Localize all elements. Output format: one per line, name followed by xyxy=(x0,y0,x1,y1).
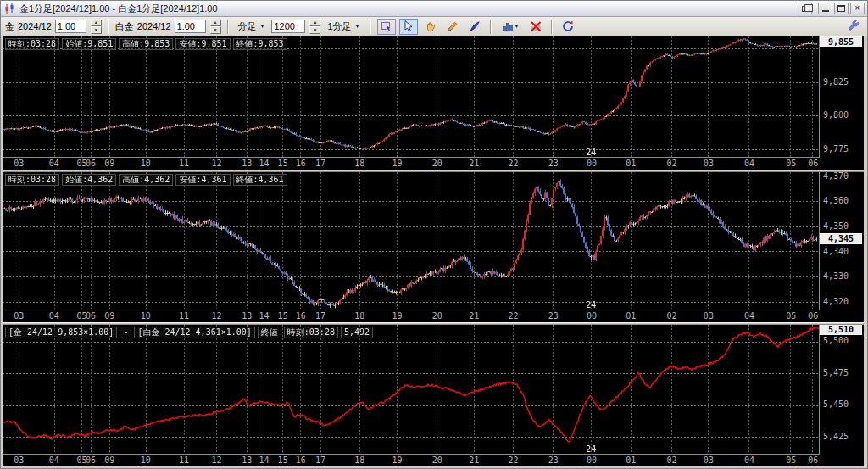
x-axis-tick-label: 05 xyxy=(786,159,796,168)
chart-info-segment: 時刻:03:28 xyxy=(284,327,338,338)
chart-app-window: 金1分足[2024/12]1.00 - 白金1分足[2024/12]1.00 ×… xyxy=(0,0,868,469)
minimize-button[interactable] xyxy=(818,3,832,14)
spread-plot-area[interactable]: [金 24/12 9,853×1.00]-[白金 24/12 4,361×1.0… xyxy=(3,325,820,455)
bar-count-spinner[interactable]: ▲ ▼ xyxy=(309,20,320,34)
x-axis-tick-label: 06 xyxy=(808,455,818,465)
candlestick-app-icon xyxy=(3,3,16,14)
chevron-down-icon: ▼ xyxy=(260,24,265,29)
x-axis-tick-label: 00 xyxy=(587,455,597,465)
platinum-chart-canvas[interactable] xyxy=(3,172,819,309)
x-axis-tick-label: 15 xyxy=(278,311,288,321)
settings-button[interactable] xyxy=(844,19,863,35)
x-axis-tick-label: 13 xyxy=(242,159,252,168)
x-axis-tick-label: 20 xyxy=(432,159,442,168)
chart-info-segment: 終値:9,853 xyxy=(233,38,287,50)
float-window-button[interactable] xyxy=(798,3,812,14)
gold-plot-area[interactable]: 時刻:03:28始値:9,851高値:9,853安値:9,851終値:9,853… xyxy=(3,36,820,158)
y-axis-tick-label: 4,340 xyxy=(823,247,849,257)
x-axis-tick-label: 16 xyxy=(296,159,306,168)
spin-up-icon[interactable]: ▲ xyxy=(210,20,221,27)
x-axis-tick-label: 06 xyxy=(808,159,818,168)
x-axis-tick-label: 04 xyxy=(49,455,59,465)
x-axis-tick-label: 22 xyxy=(508,311,518,321)
x-axis-tick-label: 04 xyxy=(744,311,754,321)
chart-info-segment: 安値:4,361 xyxy=(175,174,230,186)
gold-ratio-input[interactable] xyxy=(55,20,86,33)
gold-ratio-spinner[interactable]: ▲ ▼ xyxy=(91,20,102,34)
gold-y-axis: 9,8259,8009,7759,855 xyxy=(820,36,864,170)
x-axis-tick-label: 12 xyxy=(212,159,222,168)
range-select-tool-button[interactable] xyxy=(377,19,396,35)
y-axis-tick-label: 5,425 xyxy=(823,432,849,442)
x-axis-tick-label: 03 xyxy=(704,455,714,465)
x-axis-tick-label: 05 xyxy=(786,455,796,465)
window-title: 金1分足[2024/12]1.00 - 白金1分足[2024/12]1.00 xyxy=(19,3,798,15)
x-axis-tick-label: 14 xyxy=(259,455,269,465)
x-axis-tick-label: 00 xyxy=(587,311,597,321)
x-axis-tick-label: 04 xyxy=(49,311,59,321)
x-axis-tick-label: 09 xyxy=(104,159,114,168)
platinum-plot-area[interactable]: 時刻:03:28始値:4,362高値:4,362安値:4,361終値:4,361… xyxy=(3,172,820,310)
spin-down-icon[interactable]: ▼ xyxy=(91,26,102,34)
chart-info-segment: 高値:9,853 xyxy=(119,38,173,50)
pencil-tool-button[interactable] xyxy=(443,19,462,35)
spin-up-icon[interactable]: ▲ xyxy=(309,20,320,27)
platinum-ratio-spinner[interactable]: ▲ ▼ xyxy=(210,20,221,34)
gold-chart-panel: 時刻:03:28始値:9,851高値:9,853安値:9,851終値:9,853… xyxy=(3,36,864,170)
chart-info-line: 時刻:03:28始値:4,362高値:4,362安値:4,361終値:4,361 xyxy=(5,174,287,186)
maximize-button[interactable] xyxy=(834,3,849,14)
gold-chart-canvas[interactable] xyxy=(3,36,819,157)
x-axis-tick-label: 13 xyxy=(242,455,252,465)
interval-type-dropdown[interactable]: 分足 ▼ xyxy=(235,19,269,35)
chart-info-segment: 始値:4,362 xyxy=(62,174,116,186)
x-axis-tick-label: 23 xyxy=(548,311,559,321)
x-axis-tick-label: 19 xyxy=(392,455,403,465)
chart-panels-container: 時刻:03:28始値:9,851高値:9,853安値:9,851終値:9,853… xyxy=(1,36,867,468)
delete-drawings-button[interactable] xyxy=(526,19,545,35)
chart-type-dropdown-button[interactable]: ▼ xyxy=(498,19,523,35)
x-axis-tick-label: 03 xyxy=(14,311,24,321)
chart-info-line: 時刻:03:28始値:9,851高値:9,853安値:9,851終値:9,853 xyxy=(5,38,287,50)
x-axis-tick-label: 15 xyxy=(278,159,288,168)
y-axis-tick-label: 5,500 xyxy=(823,336,849,346)
cursor-icon xyxy=(402,20,415,33)
cursor-tool-button[interactable] xyxy=(399,19,418,35)
float-icon xyxy=(802,6,809,12)
annotate-pen-tool-button[interactable] xyxy=(465,19,484,35)
platinum-contract-month: 2024/12 xyxy=(137,21,171,31)
spread-chart-canvas[interactable] xyxy=(3,325,819,454)
chart-info-segment: [白金 24/12 4,361×1.00] xyxy=(134,327,254,338)
y-axis-tick-label: 5,475 xyxy=(823,368,849,378)
chart-info-segment: 高値:4,362 xyxy=(119,174,173,186)
close-button[interactable]: × xyxy=(850,3,865,14)
timeframe-dropdown[interactable]: 1分足 ▼ xyxy=(324,19,363,35)
x-axis-tick-label: 01 xyxy=(626,455,636,465)
minimize-icon xyxy=(822,10,829,12)
spread-x-axis: 0304050609101112131415161718192021222300… xyxy=(3,455,820,466)
x-axis-tick-label: 23 xyxy=(548,159,559,168)
chart-info-segment: 安値:9,851 xyxy=(175,38,230,50)
spin-down-icon[interactable]: ▼ xyxy=(309,26,320,34)
chart-info-segment: 始値:9,851 xyxy=(62,38,116,50)
x-axis-tick-label: 17 xyxy=(315,159,326,168)
platinum-ratio-input[interactable] xyxy=(175,20,206,33)
chevron-down-icon: ▼ xyxy=(515,24,520,29)
wrench-icon xyxy=(847,20,860,33)
x-axis-tick-label: 10 xyxy=(141,159,151,168)
chart-info-segment: 5,492 xyxy=(341,327,373,338)
spin-down-icon[interactable]: ▼ xyxy=(210,26,221,34)
x-axis-tick-label: 04 xyxy=(744,159,754,168)
x-axis-tick-label: 06 xyxy=(86,311,96,321)
pan-hand-tool-button[interactable] xyxy=(421,19,440,35)
bar-count-input[interactable] xyxy=(271,20,305,33)
spin-up-icon[interactable]: ▲ xyxy=(91,20,102,27)
x-axis-tick-label: 12 xyxy=(212,455,222,465)
chart-info-segment: 終値:4,361 xyxy=(233,174,287,186)
refresh-button[interactable] xyxy=(559,19,577,35)
chart-info-segment: 終値 xyxy=(258,327,281,338)
y-axis-tick-label: 9,825 xyxy=(823,77,849,87)
chart-info-segment: - xyxy=(120,327,131,338)
x-axis-tick-label: 23 xyxy=(548,455,559,465)
x-axis-tick-label: 21 xyxy=(469,455,479,465)
range-select-icon xyxy=(380,20,393,33)
